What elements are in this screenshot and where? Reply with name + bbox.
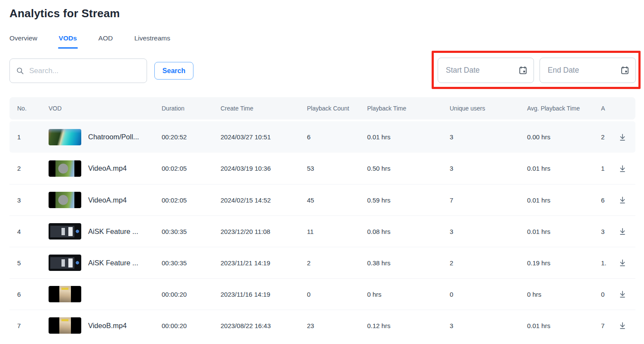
vod-title: VideoA.mp4 bbox=[88, 196, 127, 204]
tab-bar: Overview VODs AOD Livestreams bbox=[9, 34, 170, 49]
column-header-duration: Duration bbox=[162, 105, 221, 112]
row-number: 7 bbox=[9, 322, 49, 329]
playback-time-cell: 0.08 hrs bbox=[367, 228, 450, 235]
vod-title: VideoA.mp4 bbox=[88, 164, 127, 172]
vod-cell: AiSK Feature ... bbox=[49, 255, 162, 271]
avg-playback-time-cell: 0.01 hrs bbox=[527, 165, 601, 172]
calendar-icon[interactable] bbox=[620, 66, 629, 75]
avg-playback-time-cell: 0.00 hrs bbox=[527, 133, 601, 141]
actions-cell bbox=[614, 195, 635, 205]
vod-thumbnail bbox=[49, 129, 81, 145]
table-row: 5 AiSK Feature ... 00:30:35 2023/11/21 1… bbox=[9, 247, 635, 278]
duration-cell: 00:00:20 bbox=[162, 322, 221, 329]
create-time-cell: 2024/03/27 10:51 bbox=[221, 133, 307, 141]
playback-count-cell: 23 bbox=[307, 322, 367, 329]
table-row: 6 00:00:20 2023/11/16 14:19 0 0 hrs 0 0 … bbox=[9, 278, 635, 310]
playback-time-cell: 0.12 hrs bbox=[367, 322, 450, 329]
duration-cell: 00:20:52 bbox=[162, 133, 221, 141]
vod-thumbnail bbox=[49, 255, 81, 271]
playback-time-cell: 0.59 hrs bbox=[367, 197, 450, 204]
search-input[interactable] bbox=[28, 66, 141, 76]
download-button[interactable] bbox=[617, 195, 628, 205]
end-date-input[interactable] bbox=[547, 65, 617, 75]
column-header-unique-users: Unique users bbox=[450, 105, 527, 112]
download-button[interactable] bbox=[617, 320, 628, 331]
avg-playback-time-cell: 0.01 hrs bbox=[527, 322, 601, 329]
download-button[interactable] bbox=[617, 132, 628, 142]
playback-count-cell: 11 bbox=[307, 228, 367, 235]
download-button[interactable] bbox=[617, 289, 628, 299]
vod-cell: VideoA.mp4 bbox=[49, 160, 162, 177]
playback-count-cell: 2 bbox=[307, 259, 367, 267]
vod-cell: Chatroom/Poll... bbox=[49, 129, 162, 145]
create-time-cell: 2023/11/21 14:19 bbox=[221, 259, 307, 267]
download-button[interactable] bbox=[617, 226, 628, 236]
search-box[interactable] bbox=[9, 58, 147, 83]
actions-cell bbox=[614, 289, 635, 299]
search-button[interactable]: Search bbox=[154, 62, 193, 80]
start-date-field[interactable] bbox=[438, 58, 534, 83]
table-row: 4 AiSK Feature ... 00:30:35 2023/12/20 1… bbox=[9, 215, 635, 247]
vod-thumbnail bbox=[49, 192, 81, 208]
tab-vods[interactable]: VODs bbox=[59, 34, 77, 49]
actions-cell bbox=[614, 226, 635, 236]
column-header-avg-playback-time: Avg. Playback Time bbox=[527, 105, 601, 112]
playback-time-cell: 0.38 hrs bbox=[367, 259, 450, 267]
actions-cell bbox=[614, 320, 635, 331]
column-header-playback-count: Playback Count bbox=[307, 105, 367, 112]
unique-users-cell: 3 bbox=[450, 133, 527, 141]
calendar-icon[interactable] bbox=[518, 66, 527, 75]
column-header-playback-time: Playback Time bbox=[367, 105, 450, 112]
column-header-a-truncated: A bbox=[601, 105, 614, 112]
download-button[interactable] bbox=[617, 163, 628, 174]
playback-count-cell: 53 bbox=[307, 165, 367, 172]
vod-title: AiSK Feature ... bbox=[88, 227, 138, 236]
vod-thumbnail bbox=[49, 286, 81, 302]
tab-aod[interactable]: AOD bbox=[98, 34, 113, 49]
a-column-cell: 3 bbox=[601, 228, 614, 235]
vod-cell bbox=[49, 286, 162, 302]
table-body: 1 Chatroom/Poll... 00:20:52 2024/03/27 1… bbox=[9, 121, 635, 341]
a-column-cell: 1. bbox=[601, 259, 614, 267]
unique-users-cell: 2 bbox=[450, 259, 527, 267]
vod-thumbnail bbox=[49, 317, 81, 334]
row-number: 6 bbox=[9, 291, 49, 298]
duration-cell: 00:00:20 bbox=[162, 291, 221, 298]
a-column-cell: 7 bbox=[601, 322, 614, 329]
column-header-create-time: Create Time bbox=[221, 105, 307, 112]
avg-playback-time-cell: 0 hrs bbox=[527, 291, 601, 298]
vod-title: VideoB.mp4 bbox=[88, 322, 127, 330]
table-row: 1 Chatroom/Poll... 00:20:52 2024/03/27 1… bbox=[9, 121, 635, 153]
create-time-cell: 2023/08/22 16:43 bbox=[221, 322, 307, 329]
a-column-cell: 6 bbox=[601, 197, 614, 204]
download-icon bbox=[618, 164, 627, 173]
table-header: No. VOD Duration Create Time Playback Co… bbox=[9, 97, 635, 120]
duration-cell: 00:02:05 bbox=[162, 165, 221, 172]
vod-title: AiSK Feature ... bbox=[88, 259, 138, 267]
duration-cell: 00:30:35 bbox=[162, 259, 221, 267]
vod-cell: VideoB.mp4 bbox=[49, 317, 162, 334]
unique-users-cell: 0 bbox=[450, 291, 527, 298]
create-time-cell: 2024/03/19 10:36 bbox=[221, 165, 307, 172]
table-row: 7 VideoB.mp4 00:00:20 2023/08/22 16:43 2… bbox=[9, 310, 635, 341]
row-number: 4 bbox=[9, 228, 49, 235]
vod-analytics-table: No. VOD Duration Create Time Playback Co… bbox=[9, 97, 635, 341]
download-button[interactable] bbox=[617, 258, 628, 268]
unique-users-cell: 7 bbox=[450, 197, 527, 204]
playback-time-cell: 0.01 hrs bbox=[367, 133, 450, 141]
unique-users-cell: 3 bbox=[450, 322, 527, 329]
a-column-cell: 2 bbox=[601, 133, 614, 141]
duration-cell: 00:02:05 bbox=[162, 197, 221, 204]
tab-overview[interactable]: Overview bbox=[9, 34, 37, 49]
row-number: 2 bbox=[9, 165, 49, 172]
start-date-input[interactable] bbox=[445, 65, 515, 75]
row-number: 1 bbox=[9, 133, 49, 141]
column-header-no: No. bbox=[9, 105, 49, 112]
tab-livestreams[interactable]: Livestreams bbox=[134, 34, 170, 49]
actions-cell bbox=[614, 132, 635, 142]
playback-count-cell: 6 bbox=[307, 133, 367, 141]
end-date-field[interactable] bbox=[540, 58, 636, 83]
page-title: Analytics for Stream bbox=[9, 7, 120, 20]
column-header-vod: VOD bbox=[49, 105, 162, 112]
row-number: 3 bbox=[9, 197, 49, 204]
